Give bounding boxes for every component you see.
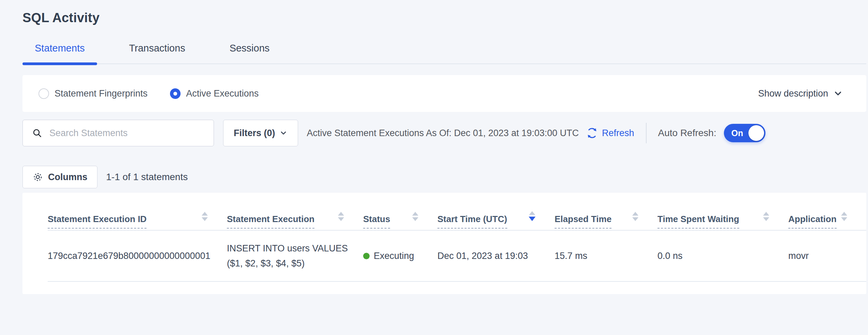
search-icon	[32, 128, 43, 139]
sort-arrows-icon	[529, 211, 536, 221]
sort-arrows-icon	[412, 212, 418, 221]
as-of-timestamp: Active Statement Executions As Of: Dec 0…	[307, 128, 579, 139]
refresh-button[interactable]: Refresh	[586, 127, 634, 140]
statements-table: Statement Execution ID Statement Executi…	[22, 193, 866, 294]
columns-button[interactable]: Columns	[22, 166, 97, 188]
vertical-divider	[646, 123, 647, 143]
status-label: Executing	[374, 251, 414, 261]
toggle-knob	[748, 125, 764, 141]
tab-statements[interactable]: Statements	[22, 43, 97, 63]
page-title: SQL Activity	[22, 0, 866, 25]
radio-circle-icon	[170, 88, 181, 99]
status-dot-icon	[363, 253, 370, 259]
chevron-down-icon	[279, 129, 288, 137]
cell-status: Executing	[363, 251, 437, 261]
cell-start-time: Dec 01, 2023 at 19:03	[437, 251, 555, 261]
refresh-label: Refresh	[602, 128, 634, 139]
cell-elapsed-time: 15.7 ms	[555, 251, 657, 261]
cell-application: movr	[788, 251, 866, 261]
show-description-toggle[interactable]: Show description	[758, 88, 843, 99]
cell-time-spent-waiting: 0.0 ns	[657, 251, 788, 261]
auto-refresh-label: Auto Refresh:	[658, 128, 716, 139]
refresh-icon	[586, 127, 599, 140]
controls-row: Filters (0) Active Statement Executions …	[22, 120, 866, 146]
table-header-row: Statement Execution ID Statement Executi…	[48, 193, 866, 231]
table-row[interactable]: 179cca7921e679b80000000000000001 INSERT …	[48, 231, 866, 282]
column-header-start-time[interactable]: Start Time (UTC)	[437, 211, 555, 230]
sort-arrows-icon	[202, 212, 208, 221]
cell-execution-id: 179cca7921e679b80000000000000001	[48, 251, 227, 261]
radio-active-executions[interactable]: Active Executions	[170, 88, 259, 99]
tab-bar: Statements Transactions Sessions	[22, 40, 866, 64]
sort-arrows-icon	[841, 212, 847, 221]
results-count: 1-1 of 1 statements	[106, 172, 188, 183]
radio-statement-fingerprints[interactable]: Statement Fingerprints	[38, 88, 148, 99]
column-header-time-spent-waiting[interactable]: Time Spent Waiting	[657, 212, 788, 230]
filters-label: Filters (0)	[234, 128, 275, 139]
tab-transactions[interactable]: Transactions	[117, 43, 198, 63]
search-input[interactable]	[49, 128, 207, 139]
sort-arrows-icon	[632, 212, 638, 221]
auto-refresh-toggle[interactable]: On	[724, 124, 765, 142]
chevron-down-icon	[833, 88, 843, 99]
column-header-status[interactable]: Status	[363, 212, 437, 230]
table-toolbar: Columns 1-1 of 1 statements	[22, 166, 866, 188]
column-header-elapsed-time[interactable]: Elapsed Time	[555, 212, 657, 230]
sort-arrows-icon	[763, 212, 769, 221]
tab-sessions[interactable]: Sessions	[217, 43, 282, 63]
radio-label: Statement Fingerprints	[55, 88, 148, 99]
show-description-label: Show description	[758, 88, 828, 99]
filters-button[interactable]: Filters (0)	[223, 120, 298, 146]
cell-statement: INSERT INTO users VALUES ($1, $2, $3, $4…	[227, 241, 363, 271]
column-header-application[interactable]: Application	[788, 212, 866, 230]
sort-arrows-icon	[338, 212, 344, 221]
toggle-state-label: On	[731, 128, 743, 138]
column-header-statement-execution[interactable]: Statement Execution	[227, 212, 363, 230]
view-mode-card: Statement Fingerprints Active Executions…	[22, 75, 866, 112]
columns-label: Columns	[48, 172, 88, 183]
gear-icon	[32, 172, 43, 183]
search-box[interactable]	[22, 120, 214, 146]
column-header-statement-execution-id[interactable]: Statement Execution ID	[48, 212, 227, 230]
radio-circle-icon	[38, 88, 49, 99]
radio-label: Active Executions	[186, 88, 259, 99]
